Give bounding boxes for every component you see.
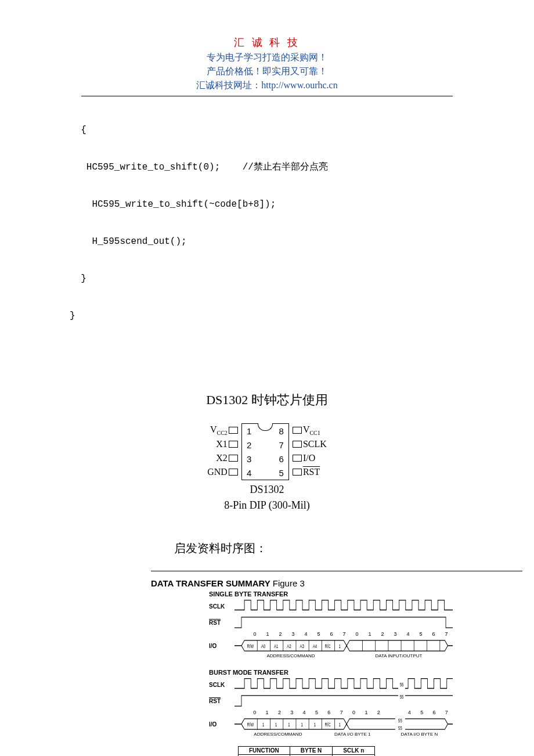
pin-label: VCC2 [210,424,228,436]
code-block: { HC595_write_to_shift(0); //禁止右半部分点亮 HC… [70,102,453,362]
header-divider [81,96,453,96]
data-io-label: DATA INPUT/OUTPUT [345,653,453,658]
pin-num: 1 [247,426,251,436]
pin-label: GND [207,467,228,477]
pin-pad-icon [229,455,238,462]
code-line: H_595scend_out(); [70,232,453,251]
chip-caption-package: 8-Pin DIP (300-Mil) [197,499,337,512]
pin-pad-icon [293,469,302,476]
chip-right-labels: VCC1 SCLK I/O RST [291,423,327,479]
svg-text:R/W: R/W [247,722,254,728]
svg-text:1: 1 [339,643,341,650]
header-sub2: 产品价格低！即实用又可靠！ [81,64,453,78]
sclk-row: SCLK [209,599,453,614]
pin-num: 5 [279,468,284,478]
sclk-row-burst: SCLK 55 [209,677,453,692]
page-header: 汇 诚 科 技 专为电子学习打造的采购网！ 产品价格低！即实用又可靠！ 汇诚科技… [81,35,453,92]
header-url-prefix: 汇诚科技网址： [196,80,261,90]
timing-heading-bold: DATA TRANSFER SUMMARY [151,578,273,588]
io-sublabels-burst: ADDRESS/COMMAND DATA I/O BYTE 1 DATA I/O… [237,732,453,737]
io-waveform-icon: R/W A0 A1 A2 A3 A4 R/C 1 [234,638,453,653]
pin-pad-icon [229,427,238,434]
pin-label: SCLK [303,439,327,449]
pin-pad-icon [293,427,302,434]
code-line: HC595_write_to_shift(0); //禁止右半部分点亮 [70,158,453,177]
rst-waveform-icon: 55 [234,693,453,708]
pin-label: VCC1 [303,424,320,436]
svg-text:A3: A3 [300,643,304,650]
rst-row: RST [209,615,453,630]
chip-caption-name: DS1302 [197,484,337,496]
function-table: FUNCTION BYTE N SCLK n CLOCK 8 72 RAM 31… [238,746,375,756]
table-header: FUNCTION [239,747,290,755]
pin-num: 6 [279,454,284,464]
svg-text:A0: A0 [261,643,265,650]
pin-label: RST [303,467,320,477]
burst-mode-title: BURST MODE TRANSFER [209,669,453,676]
sclk-waveform-icon: 55 [234,677,453,692]
io-row: I/O R/W A0 A1 A2 A3 A4 R/C 1 [209,638,453,653]
pin-num: 2 [247,440,251,450]
rst-label: RST [209,698,226,704]
svg-text:1: 1 [288,722,290,728]
table-header: BYTE N [290,747,333,755]
io-label: I/O [209,721,226,728]
svg-text:R/W: R/W [247,643,254,650]
io-sublabels: ADDRESS/COMMAND DATA INPUT/OUTPUT [237,653,453,658]
io-waveform-icon: R/W 1 1 1 1 1 R/C 1 55 55 [234,717,453,732]
section-title-timing: 启发资料时序图： [81,541,453,556]
svg-text:A2: A2 [287,643,291,650]
chip-body-rect: 18 27 36 45 [241,423,289,480]
header-title: 汇 诚 科 技 [81,35,453,51]
svg-text:1: 1 [262,722,264,728]
io-label: I/O [209,643,226,649]
code-line: } [70,307,453,325]
pin-num: 8 [279,426,284,436]
svg-text:R/C: R/C [325,643,331,650]
sclk-label: SCLK [209,603,226,610]
svg-text:A4: A4 [313,643,317,650]
header-url-line: 汇诚科技网址：http://www.ourhc.cn [81,78,453,92]
header-url: http://www.ourhc.cn [261,80,337,90]
pin-pad-icon [293,441,302,448]
svg-text:55: 55 [398,718,402,724]
svg-text:1: 1 [301,722,303,728]
section-title-ds1302: DS1302 时钟芯片使用 [81,391,453,409]
svg-text:55: 55 [400,681,404,687]
pin-pad-icon [229,441,238,448]
pin-num: 7 [279,440,284,450]
bit-numbers-row: 0123456701234567 [248,631,453,637]
code-line: { [70,121,453,139]
pin-label: I/O [303,453,315,463]
svg-text:A1: A1 [274,643,278,650]
timing-heading-fig: Figure 3 [273,578,305,588]
sclk-waveform-icon [234,599,453,614]
pin-num: 4 [247,468,251,478]
data-byten-label: DATA I/O BYTE N [386,732,453,737]
svg-text:55: 55 [400,694,404,700]
data-byte1-label: DATA I/O BYTE 1 [319,732,386,737]
timing-diagram-area: SINGLE BYTE TRANSFER SCLK RST 0123456701… [81,591,453,756]
svg-text:1: 1 [314,722,316,728]
addr-cmd-label: ADDRESS/COMMAND [237,732,319,737]
pin-pad-icon [293,455,302,462]
rst-row-burst: RST 55 [209,693,453,708]
chip-pinout-figure: VCC2 X1 X2 GND 18 27 36 45 VCC1 SCLK I/O… [197,423,337,512]
timing-top-rule [151,571,522,571]
code-line: } [70,269,453,288]
addr-cmd-label: ADDRESS/COMMAND [237,653,345,658]
code-line: HC595_write_to_shift(~code[b+8]); [70,195,453,214]
table-header: SCLK n [333,747,375,755]
timing-heading: DATA TRANSFER SUMMARY Figure 3 [81,578,453,588]
chip-left-labels: VCC2 X1 X2 GND [207,423,239,479]
svg-text:55: 55 [398,725,402,732]
svg-text:R/C: R/C [325,722,331,728]
pin-num: 3 [247,454,251,464]
header-sub1: 专为电子学习打造的采购网！ [81,51,453,64]
rst-label: RST [209,620,226,626]
bit-numbers-row-burst: 012345670124567 [248,710,453,715]
pin-pad-icon [229,469,238,476]
io-row-burst: I/O R/W 1 1 1 1 1 R/C 1 55 55 [209,717,453,732]
svg-text:1: 1 [275,722,277,728]
table-row: FUNCTION BYTE N SCLK n [239,747,375,755]
